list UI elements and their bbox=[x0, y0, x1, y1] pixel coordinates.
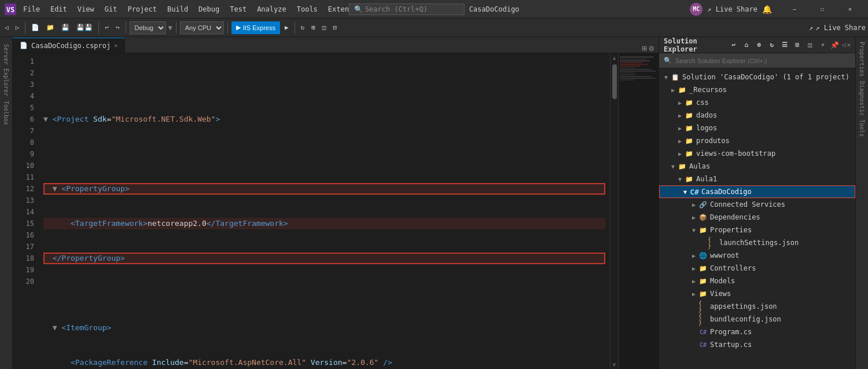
se-home-btn[interactable]: ⌂ bbox=[741, 40, 752, 50]
menu-view[interactable]: View bbox=[73, 3, 99, 16]
tree-logos[interactable]: ▶ 📁 logos bbox=[659, 122, 855, 134]
live-share-btn[interactable]: ↗ Live Share bbox=[707, 5, 757, 13]
se-back-btn[interactable]: ↩ bbox=[729, 40, 739, 50]
tree-aulas[interactable]: ▼ 📁 Aulas bbox=[659, 160, 855, 173]
scrollbar-track[interactable] bbox=[612, 62, 617, 360]
code-editor[interactable]: ▼ <Project Sdk="Microsoft.NET.Sdk.Web"> … bbox=[39, 53, 610, 369]
toolbar-save-all[interactable]: 💾💾 bbox=[74, 23, 95, 32]
expand-wwwroot-icon[interactable]: ▶ bbox=[689, 253, 698, 259]
scrollbar-thumb[interactable] bbox=[612, 64, 617, 99]
debug-config-select[interactable]: Debug bbox=[130, 21, 166, 34]
menu-edit[interactable]: Edit bbox=[46, 3, 72, 16]
tree-program[interactable]: ▶ C# Program.cs bbox=[659, 326, 855, 338]
tree-bundleconfig[interactable]: ▶ { } bundleconfig.json bbox=[659, 313, 855, 326]
tree-controllers[interactable]: ▶ 📁 Controllers bbox=[659, 262, 855, 275]
profile-button[interactable]: MC bbox=[690, 3, 703, 16]
expand-casadocodigo-icon[interactable]: ▼ bbox=[681, 189, 690, 195]
toolbar-new-project[interactable]: 📄 bbox=[29, 23, 42, 32]
tree-css[interactable]: ▶ 📁 css bbox=[659, 96, 855, 109]
expand-controllers-icon[interactable]: ▶ bbox=[689, 265, 698, 272]
tree-recursos[interactable]: ▶ 📁 _Recursos bbox=[659, 83, 855, 96]
debug-dropdown-icon[interactable]: ▼ bbox=[168, 24, 172, 32]
se-settings-btn[interactable]: ⚡ bbox=[818, 40, 828, 50]
toolbar-attach[interactable]: ▶ bbox=[282, 23, 291, 32]
search-box[interactable]: 🔍 Search (Ctrl+Q) bbox=[349, 3, 465, 15]
tree-properties[interactable]: ▼ 📁 Properties bbox=[659, 224, 855, 236]
toolbar-save[interactable]: 💾 bbox=[59, 23, 72, 32]
toolbar-nav-back[interactable]: ◁ bbox=[2, 23, 11, 32]
se-collapse-btn[interactable]: ☰ bbox=[779, 40, 790, 50]
tree-models[interactable]: ▶ 📁 Models bbox=[659, 275, 855, 287]
toolbar-reload[interactable]: ↻ bbox=[299, 23, 307, 32]
tree-views-bootstrap[interactable]: ▶ 📁 views-com-bootstrap bbox=[659, 147, 855, 160]
menu-test[interactable]: Test bbox=[225, 3, 251, 16]
expand-aulas-icon[interactable]: ▼ bbox=[668, 163, 678, 170]
toolbar-undo[interactable]: ↩ bbox=[102, 23, 111, 32]
tree-dados[interactable]: ▶ 📁 dados bbox=[659, 109, 855, 122]
maximize-button[interactable]: ☐ bbox=[809, 0, 836, 19]
toolbar-extra2[interactable]: ◫ bbox=[320, 23, 329, 32]
toolbar-extra[interactable]: ⊞ bbox=[309, 23, 318, 32]
properties-tab[interactable]: Properties bbox=[858, 39, 866, 79]
se-close-btn[interactable]: ✕ bbox=[847, 41, 851, 49]
live-share-toolbar-btn[interactable]: ↗ ↗ Live Share bbox=[809, 24, 866, 32]
tree-casadocodigo[interactable]: ▼ C# CasaDoCodigo bbox=[659, 185, 855, 198]
run-button[interactable]: ▶ IIS Express bbox=[231, 21, 280, 34]
tree-aula1[interactable]: ▼ 📁 Aula1 bbox=[659, 173, 855, 185]
se-filter-btn[interactable]: ⊕ bbox=[754, 40, 764, 50]
toolbar-extra3[interactable]: ⊟ bbox=[330, 23, 339, 32]
menu-project[interactable]: Project bbox=[123, 3, 161, 16]
tree-appsettings[interactable]: ▶ { } appsettings.json bbox=[659, 300, 855, 313]
server-explorer-tab[interactable]: Server Explorer bbox=[2, 42, 10, 98]
expand-views-icon[interactable]: ▶ bbox=[675, 151, 685, 157]
minimize-button[interactable]: — bbox=[781, 0, 808, 19]
expand-css-icon[interactable]: ▶ bbox=[675, 100, 685, 106]
expand-props-icon[interactable]: ▼ bbox=[689, 227, 698, 233]
tree-connected-services[interactable]: ▶ 🔗 Connected Services bbox=[659, 198, 855, 211]
menu-debug[interactable]: Debug bbox=[194, 3, 224, 16]
tab-csproj[interactable]: 📄 CasaDoCodigo.csproj ✕ bbox=[13, 38, 125, 53]
split-vertical-icon[interactable]: ⊞ bbox=[642, 43, 646, 53]
menu-git[interactable]: Git bbox=[100, 3, 122, 16]
expand-logos-icon[interactable]: ▶ bbox=[675, 125, 685, 131]
expand-connected-icon[interactable]: ▶ bbox=[689, 202, 698, 208]
se-dock-left[interactable]: ◁ bbox=[842, 41, 846, 49]
se-files-btn[interactable]: ◫ bbox=[805, 40, 815, 50]
editor-scrollbar[interactable]: ▲ ▼ bbox=[610, 53, 618, 369]
close-button[interactable]: ✕ bbox=[837, 0, 863, 19]
expand-produtos-icon[interactable]: ▶ bbox=[675, 138, 685, 144]
expand-aula1-icon[interactable]: ▼ bbox=[675, 176, 685, 182]
tab-close-btn[interactable]: ✕ bbox=[114, 42, 117, 49]
scroll-down-btn[interactable]: ▼ bbox=[611, 360, 617, 369]
expand-recursos-icon[interactable]: ▶ bbox=[668, 87, 678, 93]
toolbar-open[interactable]: 📁 bbox=[44, 23, 57, 32]
expand-dados-icon[interactable]: ▶ bbox=[675, 112, 685, 119]
expand-treeviews-icon[interactable]: ▶ bbox=[689, 291, 698, 297]
diagnostic-tools-tab[interactable]: Diagnostic Tools bbox=[858, 79, 866, 139]
expand-deps-icon[interactable]: ▶ bbox=[689, 214, 698, 221]
tree-launchsettings[interactable]: ▶ { } launchSettings.json bbox=[659, 236, 855, 249]
notification-icon[interactable]: 🔔 bbox=[762, 5, 772, 14]
scroll-up-btn[interactable]: ▲ bbox=[611, 53, 617, 62]
se-search-input[interactable] bbox=[675, 57, 851, 64]
se-view-btn[interactable]: ⊞ bbox=[792, 40, 803, 50]
menu-analyze[interactable]: Analyze bbox=[252, 3, 291, 16]
menu-file[interactable]: File bbox=[19, 3, 45, 16]
toolbox-tab[interactable]: Toolbox bbox=[2, 98, 10, 127]
toolbar-redo[interactable]: ↪ bbox=[113, 23, 122, 32]
tree-wwwroot[interactable]: ▶ 🌐 wwwroot bbox=[659, 249, 855, 262]
tree-views[interactable]: ▶ 📁 Views bbox=[659, 287, 855, 300]
menu-build[interactable]: Build bbox=[163, 3, 193, 16]
tree-produtos[interactable]: ▶ 📁 produtos bbox=[659, 134, 855, 147]
menu-tools[interactable]: Tools bbox=[292, 3, 322, 16]
editor-settings-icon[interactable]: ⚙ bbox=[649, 43, 654, 53]
se-pin-btn[interactable]: 📌 bbox=[830, 41, 840, 50]
tree-startup[interactable]: ▶ C# Startup.cs bbox=[659, 338, 855, 351]
expand-icon[interactable]: ▼ bbox=[661, 74, 671, 81]
tree-dependencies[interactable]: ▶ 📦 Dependencies bbox=[659, 211, 855, 224]
solution-explorer-search[interactable]: 🔍 bbox=[659, 53, 855, 68]
expand-models-icon[interactable]: ▶ bbox=[689, 278, 698, 284]
toolbar-nav-forward[interactable]: ▷ bbox=[13, 23, 22, 32]
se-refresh-btn[interactable]: ↻ bbox=[767, 40, 777, 50]
tree-solution-root[interactable]: ▼ 📋 Solution 'CasaDoCodigo' (1 of 1 proj… bbox=[659, 71, 855, 83]
